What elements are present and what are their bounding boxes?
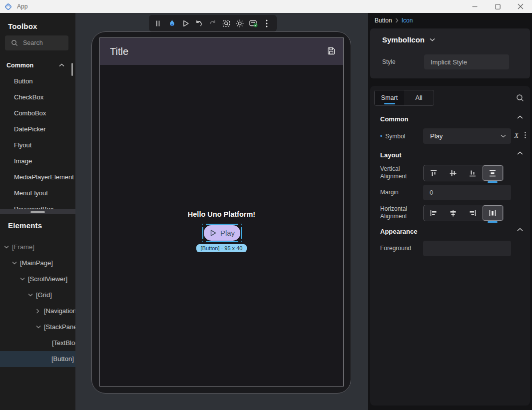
breadcrumb: Button Icon xyxy=(375,17,413,24)
left-sidebar: Toolbox Common Button CheckBox ComboBox … xyxy=(0,13,75,410)
align-right-icon xyxy=(468,209,477,218)
elements-title: Elements xyxy=(8,221,42,230)
app-logo-icon xyxy=(4,2,12,11)
chevron-down-icon[interactable] xyxy=(36,325,41,329)
halign-right-button[interactable] xyxy=(463,205,483,221)
properties-panel: Button Icon SymbolIcon Style Smart All xyxy=(368,13,532,410)
align-left-icon xyxy=(429,209,438,218)
tab-all[interactable]: All xyxy=(404,90,434,105)
minimize-button[interactable] xyxy=(463,0,486,13)
undo-button[interactable] xyxy=(193,17,206,30)
breadcrumb-icon[interactable]: Icon xyxy=(402,17,413,24)
toolbox-item-mediaplayerelement[interactable]: MediaPlayerElement xyxy=(0,169,75,185)
pause-icon xyxy=(155,19,163,27)
align-hstretch-icon xyxy=(488,209,497,218)
app-title-bar: Title xyxy=(100,38,343,65)
chevron-up-icon[interactable] xyxy=(517,151,523,155)
type-selector[interactable]: SymbolIcon xyxy=(382,35,435,44)
toolbox-item-menuflyout[interactable]: MenuFlyout xyxy=(0,185,75,201)
elements-tree: [Frame] [MainPage] [ScrollViewer] [Grid] xyxy=(0,239,75,367)
horizontal-alignment-label: Horizontal Alignment xyxy=(380,205,421,220)
tree-item-textblock[interactable]: [TextBloc xyxy=(0,335,75,351)
toolbox-scrollbar[interactable] xyxy=(71,63,73,76)
chevron-up-icon[interactable] xyxy=(517,115,523,119)
tree-item-grid[interactable]: [Grid] xyxy=(0,287,75,303)
play-button[interactable] xyxy=(179,17,192,30)
theme-toggle-button[interactable] xyxy=(233,17,246,30)
chevron-up-icon xyxy=(59,63,64,67)
breadcrumb-button[interactable]: Button xyxy=(375,17,392,24)
hello-text: Hello Uno Platform! xyxy=(100,210,343,218)
page-title: Title xyxy=(110,46,128,57)
chevron-up-icon[interactable] xyxy=(517,228,523,232)
chevron-right-icon[interactable] xyxy=(36,309,39,314)
toolbox-search-input[interactable] xyxy=(23,39,63,46)
valign-center-button[interactable] xyxy=(443,165,463,181)
toolbox-search[interactable] xyxy=(5,35,68,50)
form-validation-button[interactable] xyxy=(247,17,260,30)
valign-top-button[interactable] xyxy=(424,165,443,181)
canvas-play-button-label: Play xyxy=(220,229,235,237)
properties-search-button[interactable] xyxy=(516,94,524,102)
resize-handle-bottom-left[interactable] xyxy=(202,239,206,242)
binding-x-icon[interactable]: X xyxy=(514,132,519,140)
redo-button[interactable] xyxy=(206,17,219,30)
device-screen: Title Hello Uno Platform! xyxy=(99,37,344,387)
sun-icon xyxy=(235,19,244,28)
tree-item-mainpage[interactable]: [MainPage] xyxy=(0,255,75,271)
valign-bottom-button[interactable] xyxy=(463,165,483,181)
toolbox-item-button[interactable]: Button xyxy=(0,73,75,89)
align-hcenter-icon xyxy=(449,209,458,218)
more-options-button[interactable] xyxy=(260,17,273,30)
style-field[interactable] xyxy=(424,54,509,69)
resize-handle-top-right[interactable] xyxy=(238,224,242,227)
tree-item-scrollviewer[interactable]: [ScrollViewer] xyxy=(0,271,75,287)
valign-stretch-button[interactable] xyxy=(483,165,503,181)
halign-center-button[interactable] xyxy=(443,205,463,221)
tree-item-stackpanel[interactable]: [StackPanel] xyxy=(0,319,75,335)
tree-item-button-selected[interactable]: [Button] xyxy=(0,351,75,367)
tab-smart[interactable]: Smart xyxy=(375,90,404,105)
halign-stretch-button[interactable] xyxy=(483,205,503,221)
chevron-down-icon[interactable] xyxy=(20,277,25,281)
selected-indicator xyxy=(488,181,498,183)
section-layout: Layout xyxy=(380,151,402,159)
toolbox-item-checkbox[interactable]: CheckBox xyxy=(0,89,75,105)
pause-button[interactable] xyxy=(152,17,165,30)
element-inspector-button[interactable] xyxy=(220,17,233,30)
halign-left-button[interactable] xyxy=(424,205,443,221)
toolbox-section-common[interactable]: Common xyxy=(0,60,75,71)
resize-handle-bottom-right[interactable] xyxy=(238,239,242,242)
toolbox-item-datepicker[interactable]: DatePicker xyxy=(0,121,75,137)
hot-reload-button[interactable] xyxy=(166,17,179,30)
toolbox-item-image[interactable]: Image xyxy=(0,153,75,169)
close-button[interactable] xyxy=(509,0,532,13)
maximize-button[interactable] xyxy=(486,0,509,13)
section-appearance: Appearance xyxy=(380,228,417,235)
foreground-field[interactable] xyxy=(423,241,511,256)
property-options-icon[interactable] xyxy=(525,132,526,138)
redo-icon xyxy=(208,19,217,27)
tree-item-frame[interactable]: [Frame] xyxy=(0,239,75,255)
vertical-alignment-group xyxy=(423,165,504,181)
chevron-down-icon[interactable] xyxy=(12,261,17,265)
save-icon[interactable] xyxy=(327,47,335,55)
canvas-play-button[interactable]: Play xyxy=(204,225,240,241)
margin-field[interactable] xyxy=(423,185,511,200)
type-name: SymbolIcon xyxy=(382,35,425,44)
active-tab-indicator xyxy=(384,103,395,104)
toolbox-item-flyout[interactable]: Flyout xyxy=(0,137,75,153)
panel-splitter[interactable] xyxy=(0,209,75,214)
play-glyph-icon xyxy=(209,229,217,237)
chevron-down-icon[interactable] xyxy=(28,293,33,297)
chevron-down-icon[interactable] xyxy=(4,245,9,249)
toolbox-item-combobox[interactable]: ComboBox xyxy=(0,105,75,121)
resize-handle-top-left[interactable] xyxy=(202,224,206,227)
symbol-dropdown[interactable]: Play xyxy=(423,128,511,144)
inspect-element-icon xyxy=(222,19,231,28)
tree-item-navigationbar[interactable]: [NavigationE xyxy=(0,303,75,319)
vertical-alignment-label: Vertical Alignment xyxy=(380,165,421,180)
app-window: App Toolbox Common xyxy=(0,0,532,410)
symbol-label: •Symbol xyxy=(380,133,430,140)
selection-box[interactable]: Play xyxy=(202,224,242,242)
